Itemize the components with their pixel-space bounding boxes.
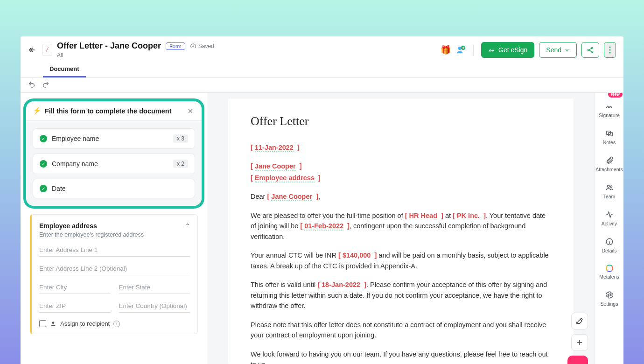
svg-point-12 <box>610 186 612 188</box>
add-button[interactable] <box>571 334 588 351</box>
token-joining[interactable]: 01-Feb-2022 <box>304 222 343 231</box>
zip-input[interactable] <box>39 299 111 313</box>
svg-point-7 <box>609 52 610 53</box>
redo-button[interactable] <box>42 81 49 90</box>
tab-document[interactable]: Document <box>43 62 86 77</box>
token-name-2[interactable]: Jane Cooper <box>271 193 312 201</box>
doc-text: Please note that this offer letter does … <box>251 320 551 341</box>
rail-notes[interactable]: Notes <box>595 124 623 151</box>
doc-text: Dear <box>251 193 265 200</box>
rail-metalens[interactable]: Metalens <box>595 259 623 285</box>
rail-activity[interactable]: Activity <box>595 205 623 232</box>
header: / Offer Letter - Jane Cooper Form Saved … <box>21 36 623 62</box>
form-card: ⚡ Fill this form to complete the documen… <box>23 98 204 209</box>
send-label: Send <box>546 46 561 54</box>
breadcrumb[interactable]: All <box>57 52 214 58</box>
address-line1-input[interactable] <box>39 243 190 257</box>
address-subtitle: Enter the employee's registered address <box>39 231 190 238</box>
more-menu-button[interactable] <box>604 42 616 58</box>
toolbar <box>21 78 623 93</box>
usage-count: x 3 <box>173 134 188 143</box>
form-item-label: Company name <box>52 160 98 168</box>
send-button[interactable]: Send <box>539 42 577 58</box>
token-role[interactable]: HR Head <box>409 212 437 220</box>
rail-label: Signature <box>599 112 620 118</box>
doc-text: This offer is valid until <box>251 281 315 288</box>
rail-signature[interactable]: Signature <box>595 97 623 124</box>
get-esign-button[interactable]: Get eSign <box>481 42 534 58</box>
saved-indicator: Saved <box>190 43 214 49</box>
check-icon: ✓ <box>40 135 47 142</box>
svg-point-0 <box>458 46 462 49</box>
rail-label: Settings <box>601 301 618 307</box>
address-card: Employee address ⌃ Enter the employee's … <box>30 214 198 334</box>
form-badge: Form <box>166 42 185 50</box>
doc-heading: Offer Letter <box>251 114 551 128</box>
form-item-company-name[interactable]: ✓ Company name x 2 <box>33 154 195 174</box>
title-block: Offer Letter - Jane Cooper Form Saved Al… <box>57 41 214 58</box>
check-icon: ✓ <box>40 160 47 168</box>
help-pill[interactable] <box>567 356 588 364</box>
rail-settings[interactable]: Settings <box>595 285 623 312</box>
rail-details[interactable]: Details <box>595 232 623 259</box>
state-input[interactable] <box>119 280 190 294</box>
token-date[interactable]: 11-Jan-2022 <box>255 144 294 152</box>
fill-color-button[interactable] <box>571 313 588 329</box>
form-items: ✓ Employee name x 3 ✓ Company name x 2 ✓… <box>26 120 202 206</box>
form-item-employee-name[interactable]: ✓ Employee name x 3 <box>33 128 195 149</box>
rail-attachments[interactable]: Attachments <box>595 151 623 178</box>
body: ⚡ Fill this form to complete the documen… <box>21 93 623 364</box>
address-line2-input[interactable] <box>39 261 190 275</box>
document-page[interactable]: Offer Letter [ 11-Jan-2022 ] [ Jane Coop… <box>228 98 574 364</box>
form-item-date[interactable]: ✓ Date <box>33 179 195 198</box>
svg-point-5 <box>609 46 610 48</box>
doc-text: Your annual CTC will be INR <box>251 252 336 259</box>
token-name[interactable]: Jane Cooper <box>255 162 296 171</box>
rail-label: Metalens <box>599 274 619 280</box>
close-form-panel[interactable]: ✕ <box>188 107 193 115</box>
doc-text: at <box>445 212 451 219</box>
back-button[interactable] <box>26 44 37 56</box>
form-item-label: Date <box>52 185 66 192</box>
info-icon[interactable]: i <box>113 321 120 327</box>
header-actions: 🎁 Get eSign Send <box>441 42 616 58</box>
gift-icon[interactable]: 🎁 <box>441 45 451 55</box>
assign-label: Assign to recipient <box>60 320 110 327</box>
metalens-icon <box>606 265 613 272</box>
country-input[interactable] <box>119 299 190 313</box>
svg-point-8 <box>52 322 55 324</box>
saved-label: Saved <box>198 43 214 49</box>
undo-button[interactable] <box>28 81 35 90</box>
add-person-icon[interactable] <box>455 45 466 55</box>
rail-team[interactable]: Team <box>595 178 623 205</box>
form-card-header: ⚡ Fill this form to complete the documen… <box>26 101 202 120</box>
assign-checkbox[interactable] <box>39 320 46 327</box>
rail-label: Activity <box>602 221 617 226</box>
form-card-title: Fill this form to complete the document <box>45 107 172 115</box>
usage-count: x 2 <box>173 160 188 168</box>
form-item-label: Employee name <box>52 135 99 142</box>
rail-label: Notes <box>603 140 616 145</box>
document-canvas: Offer Letter [ 11-Jan-2022 ] [ Jane Coop… <box>207 93 595 364</box>
token-valid[interactable]: 18-Jan-2022 <box>322 281 360 289</box>
app-frame: / Offer Letter - Jane Cooper Form Saved … <box>21 36 623 364</box>
share-button[interactable] <box>581 42 599 58</box>
assign-row: Assign to recipient i <box>39 320 190 327</box>
city-input[interactable] <box>39 280 111 294</box>
doc-text: We look forward to having you on our tea… <box>251 349 551 364</box>
svg-point-11 <box>607 185 609 188</box>
address-card-header[interactable]: Employee address ⌃ <box>39 222 190 230</box>
token-address[interactable]: Employee address <box>255 174 315 182</box>
chevron-up-icon: ⌃ <box>185 223 190 229</box>
token-company[interactable]: PK Inc. <box>457 212 480 220</box>
form-sidebar: ⚡ Fill this form to complete the documen… <box>21 93 207 364</box>
address-title: Employee address <box>39 222 97 230</box>
check-icon: ✓ <box>40 185 47 192</box>
svg-point-6 <box>609 49 610 50</box>
rail-label: Team <box>603 194 616 199</box>
tabs: Document <box>21 62 623 78</box>
svg-point-14 <box>608 294 610 296</box>
new-badge: New <box>608 93 623 98</box>
token-ctc[interactable]: $140,000 <box>343 252 371 259</box>
right-rail: New Signature Notes Attachments Team Act… <box>595 93 623 364</box>
